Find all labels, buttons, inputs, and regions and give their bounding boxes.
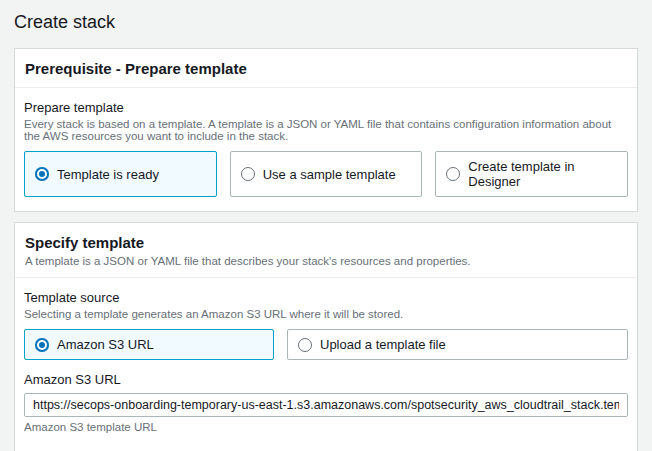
create-stack-page: Create stack Prerequisite - Prepare temp… bbox=[0, 0, 652, 451]
radio-selected-icon[interactable] bbox=[35, 338, 49, 352]
prerequisite-panel-header: Prerequisite - Prepare template bbox=[15, 49, 637, 88]
prerequisite-panel-body: Prepare template Every stack is based on… bbox=[15, 88, 637, 211]
radio-unselected-icon[interactable] bbox=[241, 167, 255, 181]
option-label: Amazon S3 URL bbox=[57, 337, 154, 352]
specify-template-description: A template is a JSON or YAML file that d… bbox=[25, 255, 627, 267]
template-source-options: Amazon S3 URL Upload a template file bbox=[24, 329, 628, 360]
prepare-template-description: Every stack is based on a template. A te… bbox=[24, 118, 628, 142]
radio-unselected-icon[interactable] bbox=[446, 167, 460, 181]
template-source-description: Selecting a template generates an Amazon… bbox=[24, 308, 628, 320]
option-label: Upload a template file bbox=[320, 337, 446, 352]
specify-template-panel-header: Specify template A template is a JSON or… bbox=[15, 223, 637, 278]
option-use-sample-template[interactable]: Use a sample template bbox=[230, 151, 423, 197]
option-label: Template is ready bbox=[57, 167, 159, 182]
prerequisite-panel: Prerequisite - Prepare template Prepare … bbox=[14, 48, 638, 212]
option-template-is-ready[interactable]: Template is ready bbox=[24, 151, 217, 197]
specify-template-panel: Specify template A template is a JSON or… bbox=[14, 222, 638, 451]
option-label: Use a sample template bbox=[263, 167, 396, 182]
prepare-template-label: Prepare template bbox=[24, 100, 628, 115]
amazon-s3-url-input[interactable] bbox=[24, 393, 628, 417]
option-amazon-s3-url[interactable]: Amazon S3 URL bbox=[24, 329, 274, 360]
prerequisite-panel-title: Prerequisite - Prepare template bbox=[25, 60, 627, 77]
option-label: Create template in Designer bbox=[468, 159, 617, 189]
template-source-label: Template source bbox=[24, 290, 628, 305]
amazon-s3-url-label: Amazon S3 URL bbox=[24, 372, 628, 387]
specify-template-panel-body: Template source Selecting a template gen… bbox=[15, 278, 637, 451]
prepare-template-options: Template is ready Use a sample template … bbox=[24, 151, 628, 197]
page-title: Create stack bbox=[14, 12, 638, 33]
amazon-s3-url-helper: Amazon S3 template URL bbox=[24, 421, 628, 433]
option-upload-template-file[interactable]: Upload a template file bbox=[287, 329, 628, 360]
radio-unselected-icon[interactable] bbox=[298, 338, 312, 352]
specify-template-title: Specify template bbox=[25, 234, 627, 251]
radio-selected-icon[interactable] bbox=[35, 167, 49, 181]
option-create-template-in-designer[interactable]: Create template in Designer bbox=[435, 151, 628, 197]
